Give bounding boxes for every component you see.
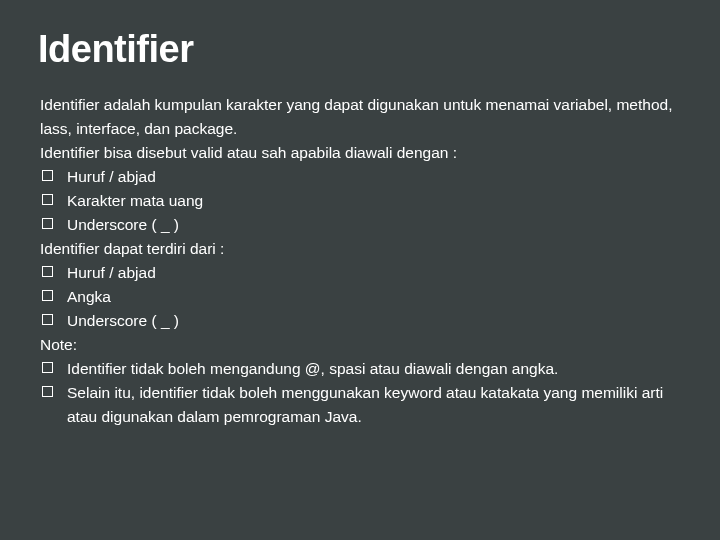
list-item-text: Identifier tidak boleh mengandung @, spa… bbox=[67, 357, 690, 381]
slide-title: Identifier bbox=[38, 28, 690, 71]
list-item-text: Huruf / abjad bbox=[67, 261, 690, 285]
list-item: Angka bbox=[40, 285, 690, 309]
paragraph: Identifier adalah kumpulan karakter yang… bbox=[40, 93, 690, 141]
list-item: Karakter mata uang bbox=[40, 189, 690, 213]
list-item-text: Huruf / abjad bbox=[67, 165, 690, 189]
list-item: Identifier tidak boleh mengandung @, spa… bbox=[40, 357, 690, 381]
square-bullet-icon bbox=[42, 314, 53, 325]
paragraph: Identifier bisa disebut valid atau sah a… bbox=[40, 141, 690, 165]
paragraph: Note: bbox=[40, 333, 690, 357]
square-bullet-icon bbox=[42, 170, 53, 181]
slide: Identifier Identifier adalah kumpulan ka… bbox=[0, 0, 720, 459]
square-bullet-icon bbox=[42, 290, 53, 301]
list-item: Huruf / abjad bbox=[40, 165, 690, 189]
square-bullet-icon bbox=[42, 194, 53, 205]
list-item: Underscore ( _ ) bbox=[40, 309, 690, 333]
list-item: Selain itu, identifier tidak boleh mengg… bbox=[40, 381, 690, 429]
slide-content: Identifier adalah kumpulan karakter yang… bbox=[38, 93, 690, 429]
list-item: Huruf / abjad bbox=[40, 261, 690, 285]
list-item-text: Angka bbox=[67, 285, 690, 309]
list-item-text: Karakter mata uang bbox=[67, 189, 690, 213]
list-item-text: Underscore ( _ ) bbox=[67, 309, 690, 333]
list-item-text: Underscore ( _ ) bbox=[67, 213, 690, 237]
list-item-text: Selain itu, identifier tidak boleh mengg… bbox=[67, 381, 690, 429]
square-bullet-icon bbox=[42, 266, 53, 277]
paragraph: Identifier dapat terdiri dari : bbox=[40, 237, 690, 261]
list-item: Underscore ( _ ) bbox=[40, 213, 690, 237]
square-bullet-icon bbox=[42, 386, 53, 397]
square-bullet-icon bbox=[42, 218, 53, 229]
square-bullet-icon bbox=[42, 362, 53, 373]
